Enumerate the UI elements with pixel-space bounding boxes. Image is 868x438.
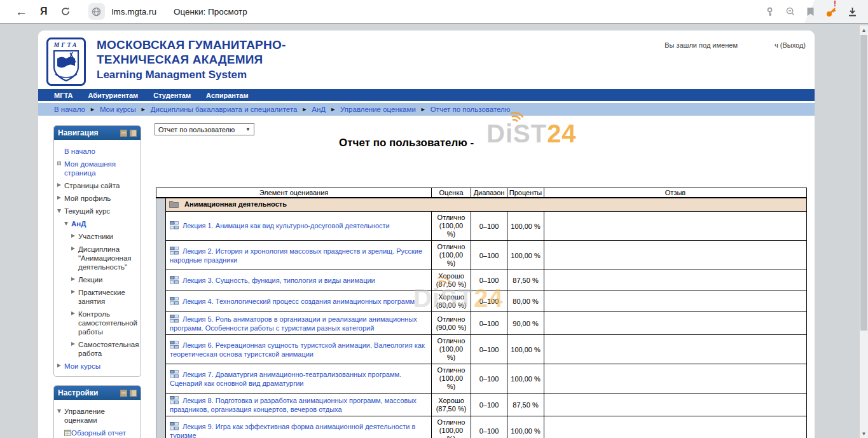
collapse-block-icon[interactable] — [120, 390, 127, 397]
svg-text:МГТА: МГТА — [53, 41, 78, 48]
scrollbar-thumb[interactable] — [860, 35, 867, 331]
feedback-cell — [544, 416, 807, 438]
breadcrumb-link[interactable]: Дисциплины бакалавриата и специалитета — [151, 106, 298, 113]
settings-item: Управление оценками — [57, 407, 137, 425]
settings-item-label[interactable]: Обзорный отчет — [71, 428, 137, 437]
grade-percent-text: (90,00 %) — [435, 324, 467, 332]
collapsed-arrow-icon[interactable] — [57, 181, 64, 190]
breadcrumb-link[interactable]: В начало — [54, 106, 85, 113]
expanded-arrow-icon[interactable] — [64, 219, 71, 228]
grade-item-link[interactable]: Лекция 8. Подготовка и разработка анимац… — [170, 397, 417, 413]
navigation-item-label[interactable]: АнД — [71, 219, 137, 228]
collapsed-arrow-icon[interactable] — [57, 194, 64, 203]
grade-cell: Отлично(100,00 %) — [432, 364, 471, 394]
grade-item-link[interactable]: Лекция 3. Сущность, функция, типология и… — [183, 277, 375, 284]
navigation-item-label[interactable]: Лекции — [78, 275, 137, 284]
breadcrumb-link[interactable]: Управление оценками — [340, 106, 416, 113]
range-cell: 0–100 — [471, 241, 507, 270]
expanded-arrow-icon[interactable] — [57, 407, 64, 425]
collapsed-arrow-icon — [71, 247, 75, 250]
item-name-cell: Лекция 3. Сущность, функция, типология и… — [166, 270, 432, 291]
scroll-up-arrow-icon[interactable]: ▲ — [860, 27, 868, 33]
expanded-arrow-icon[interactable] — [57, 207, 64, 216]
reload-icon[interactable] — [60, 6, 71, 17]
navigation-item-label[interactable]: Самостоятельная работа — [78, 340, 139, 358]
bullet-square-icon[interactable] — [57, 160, 64, 177]
feedback-cell — [544, 312, 807, 335]
settings-block: Настройки Управление оценкамиОбзорный от… — [53, 385, 141, 438]
report-type-select[interactable]: Отчет по пользователю ▼ — [155, 123, 254, 135]
percent-cell: 100,00 % — [507, 416, 544, 438]
grade-item-link[interactable]: Лекция 5. Роль аниматоров в организации … — [170, 315, 417, 332]
indent-cell — [156, 416, 166, 438]
navigation-item-label[interactable]: Участники — [78, 232, 137, 241]
grade-percent-text: (100,00 %) — [435, 222, 467, 238]
grade-item-link[interactable]: Лекция 6. Рекреационная сущность туристс… — [170, 341, 425, 358]
navigation-item-label[interactable]: Контроль самостоятельной работы — [78, 310, 137, 336]
browser-back-button[interactable]: ← — [15, 6, 27, 18]
breadcrumb-link[interactable]: АнД — [312, 106, 326, 113]
breadcrumb-link[interactable]: Отчет по пользователю — [431, 106, 511, 113]
settings-item-label[interactable]: Управление оценками — [64, 407, 137, 425]
zoom-icon[interactable] — [785, 6, 796, 17]
grade-cell: Отлично(100,00 %) — [432, 416, 471, 438]
grade-text: Отлично — [435, 337, 467, 345]
grade-item-link[interactable]: Лекция 2. История и хронология массовых … — [170, 247, 422, 264]
settings-items: Управление оценкамиОбзорный отчетОтчет п… — [54, 400, 141, 438]
logout-link[interactable]: (Выход) — [780, 41, 806, 49]
password-alert-icon[interactable]: ! — [825, 6, 836, 18]
topnav-item[interactable]: МГТА — [54, 92, 72, 99]
percent-cell: 100,00 % — [507, 212, 544, 241]
dock-block-icon[interactable] — [130, 130, 137, 137]
grade-percent-text: (100,00 %) — [435, 374, 467, 391]
navigation-item-label[interactable]: Страницы сайта — [64, 181, 137, 190]
collapsed-arrow-icon[interactable] — [71, 245, 78, 271]
collapsed-arrow-icon[interactable] — [71, 310, 78, 336]
collapsed-arrow-icon[interactable] — [71, 275, 78, 284]
protect-key-icon[interactable] — [765, 7, 775, 17]
address-bar[interactable]: lms.mgta.ru Оценки: Просмотр — [88, 3, 247, 20]
grade-item-link[interactable]: Лекция 9. Игра как эффективная форма ани… — [170, 423, 415, 438]
navigation-item-label[interactable]: Моя домашняя страница — [64, 160, 137, 177]
grade-item-link[interactable]: Лекция 7. Драматургия анимационно-театра… — [170, 371, 401, 387]
navigation-item-label[interactable]: Мой профиль — [64, 194, 137, 203]
topnav-item[interactable]: Аспирантам — [206, 92, 248, 99]
grade-cell: Отлично(100,00 %) — [432, 335, 471, 364]
collapsed-arrow-icon[interactable] — [71, 232, 78, 241]
navigation-item-label[interactable]: Мои курсы — [64, 362, 137, 371]
breadcrumb-arrow-icon: ► — [330, 106, 336, 113]
topnav-item[interactable]: Абитуриентам — [88, 92, 138, 99]
collapsed-arrow-icon[interactable] — [57, 362, 64, 371]
grade-text: Отлично — [435, 366, 467, 374]
topnav-item[interactable]: Студентам — [153, 92, 191, 99]
grades-tbody: Анимационная деятельность Лекция 1. Аним… — [156, 198, 807, 438]
collapsed-arrow-icon — [71, 342, 75, 346]
report-select-value: Отчет по пользователю — [158, 126, 235, 133]
page-content: МГТА МОСКОВСКАЯ ГУМАНИТАРНО- ТЕХНИЧЕСКАЯ… — [38, 31, 815, 438]
navigation-item-label[interactable]: В начало — [64, 147, 137, 156]
dock-block-icon[interactable] — [130, 390, 137, 397]
downloads-icon[interactable] — [847, 6, 858, 17]
navigation-item-label[interactable]: Практические занятия — [78, 288, 137, 306]
item-name-cell: Лекция 7. Драматургия анимационно-театра… — [166, 364, 432, 394]
collapsed-arrow-icon[interactable] — [71, 288, 78, 306]
indent-cell — [156, 364, 166, 394]
scroll-down-arrow-icon[interactable]: ▼ — [860, 431, 868, 437]
breadcrumb-link[interactable]: Мои курсы — [100, 106, 136, 113]
item-name-cell: Лекция 9. Игра как эффективная форма ани… — [166, 416, 432, 438]
feedback-cell — [544, 394, 807, 416]
navigation-item-label[interactable]: Текущий курс — [64, 207, 137, 216]
collapsed-arrow-icon[interactable] — [71, 340, 78, 358]
collapsed-arrow-icon — [57, 196, 61, 200]
bookmark-icon[interactable] — [806, 7, 815, 17]
grade-item-link[interactable]: Лекция 4. Технологический процесс создан… — [183, 298, 415, 305]
grade-percent-text: (100,00 %) — [435, 345, 467, 362]
academy-logo[interactable]: МГТА — [46, 38, 86, 86]
collapse-block-icon[interactable] — [120, 130, 127, 137]
navigation-item-label[interactable]: Дисциплина "Анимационная деятельность" — [78, 245, 137, 271]
grade-item-link[interactable]: Лекция 1. Анимация как вид культурно-дос… — [183, 222, 390, 229]
report-icon[interactable] — [64, 428, 71, 437]
url-text[interactable]: lms.mgta.ru — [112, 7, 157, 17]
vertical-scrollbar[interactable]: ▲ ▼ — [860, 25, 868, 438]
yandex-menu-button[interactable]: Я — [40, 6, 48, 17]
